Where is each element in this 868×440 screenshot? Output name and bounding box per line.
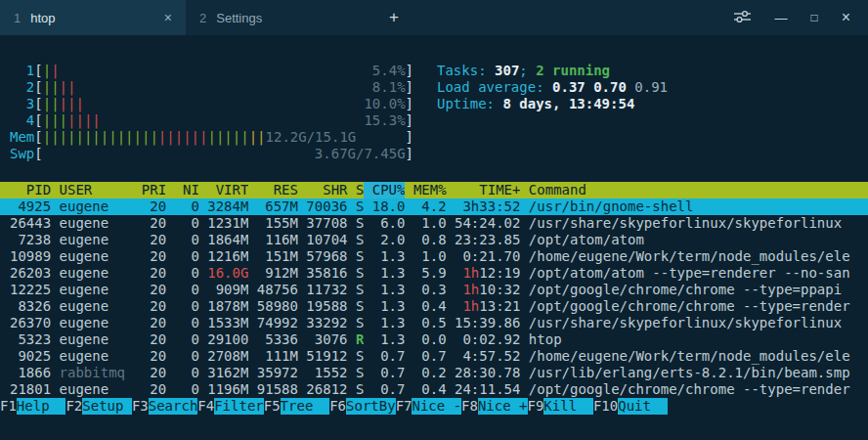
fkey-quit[interactable]: F10Quit (593, 398, 668, 415)
cell-pri: 20 (142, 331, 166, 348)
fkey-nice-minus[interactable]: F7Nice - (396, 398, 461, 415)
fkey-setup[interactable]: F2Setup (65, 398, 131, 415)
new-tab-button[interactable]: + (371, 0, 416, 35)
tab-htop[interactable]: 1 htop × (0, 0, 186, 35)
cell-cpu: 0.7 (372, 381, 406, 398)
process-row-26370[interactable]: 26370eugene2001533M7499233292S1.30.515:3… (0, 315, 868, 331)
cell-mem: 0.4 (413, 298, 447, 315)
cell-s: S (356, 215, 364, 232)
column-header-user[interactable]: USER (60, 182, 134, 198)
column-header-pri[interactable]: PRI (142, 182, 166, 198)
process-row-26443[interactable]: 26443eugene2001231M155M37708S6.01.054:24… (0, 215, 868, 232)
load-average-line: Load average: 0.37 0.70 0.91 (437, 79, 668, 96)
cell-user: eugene (60, 331, 134, 348)
terminal-content: 1[||5.4%]2[||||8.1%]3[|||||10.0%]4[|||||… (0, 63, 868, 415)
process-row-7238[interactable]: 7238eugene2001864M116M10704S2.00.823:23.… (0, 232, 868, 248)
cell-pri: 20 (142, 248, 166, 265)
tune-icon[interactable] (734, 10, 751, 26)
cell-ni: 0 (175, 232, 199, 248)
cell-ni: 0 (175, 348, 199, 365)
process-row-12225[interactable]: 12225eugene200909M4875611732S1.30.31h10:… (0, 282, 868, 298)
cell-user: eugene (60, 198, 134, 215)
process-row-10989[interactable]: 10989eugene2001216M151M57968S1.31.00:21.… (0, 248, 868, 265)
process-row-8326[interactable]: 8326eugene2001878M5898019588S1.30.41h13:… (0, 298, 868, 315)
fkey-number: F3 (132, 398, 149, 415)
fkey-label: Tree (281, 398, 330, 415)
fkey-number: F4 (197, 398, 214, 415)
column-header-virt[interactable]: VIRT (207, 182, 248, 198)
column-header-shr[interactable]: SHR (306, 182, 347, 198)
cell-time: 28:30.78 (455, 365, 520, 381)
cell-mem: 5.9 (413, 265, 447, 282)
process-row-5323[interactable]: 5323eugene2002910053363076R1.30.00:02.92… (0, 331, 868, 348)
column-header-pid[interactable]: PID (10, 182, 51, 198)
cell-mem: 0.7 (413, 348, 447, 365)
cell-ni: 0 (175, 282, 199, 298)
cell-virt: 1878M (207, 298, 248, 315)
cell-shr: 3076 (306, 331, 347, 348)
meter-label: 1 (10, 63, 34, 79)
column-header-s[interactable]: S (356, 182, 364, 198)
cell-mem: 1.0 (413, 215, 447, 232)
cell-virt: 3284M (207, 198, 248, 215)
cell-pri: 20 (142, 365, 166, 381)
maximize-button[interactable]: □ (810, 12, 817, 23)
fkey-filter[interactable]: F4Filter (197, 398, 263, 415)
process-row-26203[interactable]: 26203eugene20016.0G912M35816S1.35.91h12:… (0, 265, 868, 282)
column-header-ni[interactable]: NI (175, 182, 199, 198)
tab-close-icon[interactable]: × (164, 10, 172, 25)
cell-user: eugene (60, 348, 134, 365)
cell-s: S (356, 248, 364, 265)
column-header-cpu[interactable]: CPU% (364, 182, 405, 198)
meter-value: 12.2G/15.1G (266, 129, 357, 146)
column-header-res[interactable]: RES (257, 182, 298, 198)
cell-mem: 0.2 (413, 365, 447, 381)
process-row-9025[interactable]: 9025eugene2002708M111M51912S0.70.74:57.5… (0, 348, 868, 365)
cell-res: 74992 (257, 315, 298, 331)
cell-time: 0:21.70 (455, 248, 520, 265)
tab-settings[interactable]: 2 Settings (186, 0, 371, 35)
cell-s: S (356, 365, 364, 381)
meter-label: 2 (10, 79, 34, 96)
fkey-help[interactable]: F1Help (0, 398, 65, 415)
cell-res: 5336 (257, 331, 298, 348)
column-header-time[interactable]: TIME+ (455, 182, 520, 198)
fkey-search[interactable]: F3Search (132, 398, 197, 415)
cell-time: 0:02.92 (455, 331, 520, 348)
process-row-21801[interactable]: 21801eugene2001196M9158826812S0.70.424:1… (0, 381, 868, 398)
fkey-number: F9 (528, 398, 544, 415)
htop-header-section: 1[||5.4%]2[||||8.1%]3[|||||10.0%]4[|||||… (10, 63, 868, 162)
cell-shr: 19588 (306, 298, 347, 315)
process-row-4925[interactable]: 4925eugene2003284M657M70036S18.04.23h33:… (0, 198, 868, 215)
cpu-meter-4: 4[|||||||15.3%] (10, 112, 413, 129)
fkey-tree[interactable]: F5Tree (264, 398, 329, 415)
fkey-kill[interactable]: F9Kill (528, 398, 593, 415)
cell-user: eugene (60, 282, 134, 298)
cell-s: S (356, 348, 364, 365)
cell-cmd: /opt/google/chrome/chrome --type=render (529, 298, 868, 315)
minimize-button[interactable]: — (774, 12, 787, 24)
cell-cpu: 1.3 (372, 331, 406, 348)
process-table: PIDUSERPRINIVIRTRESSHRSCPU%MEM%TIME+Comm… (0, 182, 868, 398)
fkey-sortby[interactable]: F6SortBy (329, 398, 395, 415)
cell-time: 1h10:32 (455, 282, 520, 298)
column-header-cmd[interactable]: Command (529, 182, 868, 198)
column-header-mem[interactable]: MEM% (413, 182, 447, 198)
cell-virt: 1231M (207, 215, 248, 232)
cell-pid: 8326 (10, 298, 51, 315)
cell-cpu: 18.0 (372, 198, 406, 215)
cell-res: 151M (257, 248, 298, 265)
fkey-number: F8 (461, 398, 478, 415)
cell-res: 116M (257, 232, 298, 248)
window-close-button[interactable]: × (842, 10, 850, 25)
cell-res: 58980 (257, 298, 298, 315)
cell-virt: 1864M (207, 232, 248, 248)
function-key-bar: F1Help F2Setup F3SearchF4FilterF5Tree F6… (0, 398, 868, 415)
cell-time: 3h33:52 (455, 198, 520, 215)
fkey-number: F6 (329, 398, 346, 415)
cell-s: S (356, 282, 364, 298)
fkey-nice-plus[interactable]: F8Nice + (461, 398, 527, 415)
process-row-1866[interactable]: 1866rabbitmq2003162M359721552S0.70.228:3… (0, 365, 868, 381)
cell-s: S (356, 198, 364, 215)
cell-shr: 70036 (306, 198, 347, 215)
